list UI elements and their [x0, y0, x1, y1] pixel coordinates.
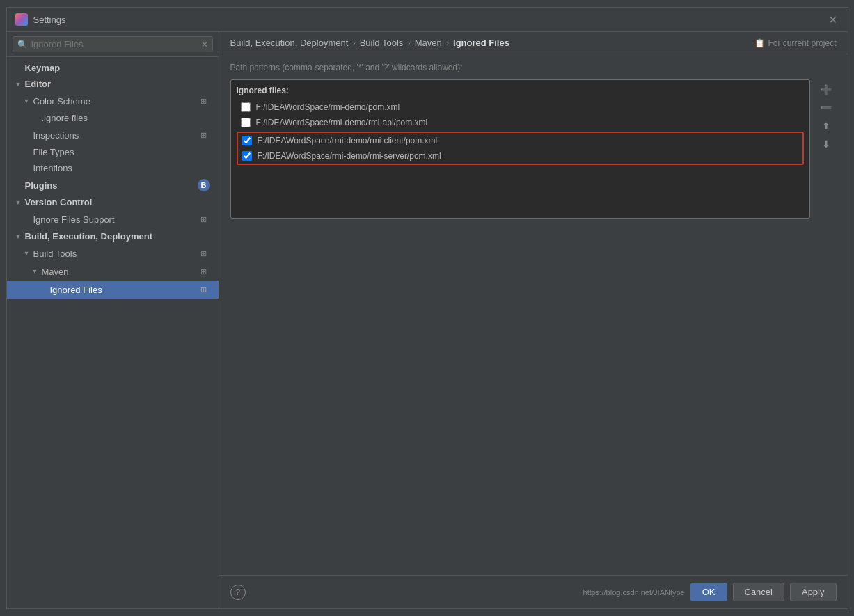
breadcrumb-part-3[interactable]: Maven: [415, 38, 442, 48]
bottom-bar: ? https://blog.csdn.net/JIANtype OK Canc…: [219, 575, 848, 608]
current-project-button[interactable]: 📋 For current project: [754, 38, 836, 48]
breadcrumb-sep-1: ›: [352, 38, 355, 48]
tree-items: Keymap Editor Color Scheme ⊞ .ignore fil…: [7, 57, 219, 301]
bottom-right: https://blog.csdn.net/JIANtype OK Cancel…: [583, 583, 837, 601]
sidebar-item-editor[interactable]: Editor: [7, 76, 219, 92]
ok-button[interactable]: OK: [690, 583, 727, 601]
side-buttons: ➕ ➖ ⬆ ⬇: [816, 79, 837, 219]
file-row-2: F:/IDEAWordSpace/rmi-demo/rmi-client/pom…: [238, 133, 802, 148]
triangle-vc: [15, 199, 22, 206]
search-icon: 🔍: [17, 40, 28, 49]
dialog-title: Settings: [33, 15, 66, 25]
file-path-1: F:/IDEAWordSpace/rmi-demo/rmi-api/pom.xm…: [256, 118, 428, 127]
inspections-icon-btn[interactable]: ⊞: [198, 129, 210, 141]
title-bar: Settings ✕: [7, 8, 848, 32]
current-project-icon: 📋: [754, 38, 765, 48]
close-button[interactable]: ✕: [827, 13, 839, 26]
url-text: https://blog.csdn.net/JIANtype: [583, 588, 685, 597]
file-checkbox-3[interactable]: [242, 151, 252, 161]
help-button[interactable]: ?: [230, 585, 246, 600]
file-row-3: F:/IDEAWordSpace/rmi-demo/rmi-server/pom…: [238, 148, 802, 164]
sidebar-item-inspections[interactable]: Inspections ⊞: [7, 126, 219, 144]
ignored-files-box: Ignored files: F:/IDEAWordSpace/rmi-demo…: [230, 79, 810, 219]
file-path-0: F:/IDEAWordSpace/rmi-demo/pom.xml: [256, 102, 400, 112]
move-up-button[interactable]: ⬆: [819, 118, 834, 134]
sidebar-label-intentions: Intentions: [33, 163, 72, 173]
breadcrumb-part-4: Ignored Files: [453, 38, 509, 48]
breadcrumb: Build, Execution, Deployment › Build Too…: [230, 38, 509, 48]
sidebar-item-build-tools[interactable]: Build Tools ⊞: [7, 244, 219, 262]
move-down-button[interactable]: ⬇: [819, 136, 834, 152]
selected-rows-container: F:/IDEAWordSpace/rmi-demo/rmi-client/pom…: [237, 132, 804, 165]
sidebar: 🔍 ✕ Keymap Editor C: [7, 32, 219, 608]
triangle-build-tools: [24, 250, 31, 257]
sidebar-item-keymap[interactable]: Keymap: [7, 60, 219, 76]
sidebar-label-ignore-sub: .ignore files: [42, 113, 88, 123]
sidebar-label-build-exec: Build, Execution, Deployment: [25, 231, 152, 242]
remove-button[interactable]: ➖: [819, 100, 834, 116]
breadcrumb-sep-3: ›: [446, 38, 449, 48]
file-row-1: F:/IDEAWordSpace/rmi-demo/rmi-api/pom.xm…: [237, 115, 804, 130]
ignored-files-label: Ignored files:: [237, 86, 804, 95]
color-scheme-icon-btn[interactable]: ⊞: [198, 95, 210, 107]
triangle-maven: [32, 268, 39, 275]
breadcrumb-part-2[interactable]: Build Tools: [360, 38, 404, 48]
sidebar-label-plugins: Plugins: [25, 180, 58, 191]
file-checkbox-1[interactable]: [241, 118, 251, 127]
breadcrumb-bar: Build, Execution, Deployment › Build Too…: [219, 32, 848, 54]
sidebar-item-ignored-files[interactable]: Ignored Files ⊞: [7, 281, 219, 299]
add-button[interactable]: ➕: [819, 82, 834, 97]
panel-body: Path patterns (comma-separated, '*' and …: [219, 54, 848, 575]
sidebar-item-plugins[interactable]: Plugins B: [7, 176, 219, 194]
triangle-editor: [15, 81, 22, 88]
main-content: 🔍 ✕ Keymap Editor C: [7, 32, 848, 608]
ignored-files-area: Ignored files: F:/IDEAWordSpace/rmi-demo…: [230, 79, 837, 219]
file-checkbox-2[interactable]: [242, 136, 252, 145]
maven-icon[interactable]: ⊞: [198, 265, 210, 278]
sidebar-label-color-scheme: Color Scheme: [33, 96, 90, 106]
ignored-files-icon[interactable]: ⊞: [198, 283, 210, 296]
sidebar-item-color-scheme[interactable]: Color Scheme ⊞: [7, 92, 219, 110]
sidebar-label-ignored-files: Ignored Files: [50, 285, 102, 295]
triangle-build-exec: [15, 233, 22, 240]
sidebar-item-file-types[interactable]: File Types: [7, 144, 219, 160]
file-path-2: F:/IDEAWordSpace/rmi-demo/rmi-client/pom…: [258, 136, 438, 145]
sidebar-label-ignore-support: Ignore Files Support: [33, 214, 115, 225]
sidebar-item-ignore-files-sub[interactable]: .ignore files: [7, 110, 219, 126]
settings-dialog: Settings ✕ 🔍 ✕ Keymap: [6, 7, 848, 609]
search-wrap: 🔍 ✕: [13, 36, 213, 52]
clear-search-icon[interactable]: ✕: [201, 40, 208, 49]
hint-text: Path patterns (comma-separated, '*' and …: [230, 63, 837, 72]
right-panel: Build, Execution, Deployment › Build Too…: [219, 32, 848, 608]
breadcrumb-part-1[interactable]: Build, Execution, Deployment: [230, 38, 349, 48]
sidebar-item-version-control[interactable]: Version Control: [7, 194, 219, 210]
ignore-support-icon[interactable]: ⊞: [198, 213, 210, 226]
sidebar-label-maven: Maven: [42, 267, 69, 277]
file-checkbox-0[interactable]: [241, 102, 251, 112]
search-box: 🔍 ✕: [7, 32, 219, 57]
breadcrumb-sep-2: ›: [407, 38, 410, 48]
sidebar-item-build-exec[interactable]: Build, Execution, Deployment: [7, 228, 219, 244]
cancel-button[interactable]: Cancel: [733, 583, 784, 601]
plugins-badge: B: [198, 179, 210, 191]
sidebar-item-intentions[interactable]: Intentions: [7, 160, 219, 176]
triangle-color-scheme: [24, 97, 31, 104]
file-path-3: F:/IDEAWordSpace/rmi-demo/rmi-server/pom…: [258, 151, 441, 161]
apply-button[interactable]: Apply: [790, 583, 837, 601]
sidebar-label-editor: Editor: [25, 79, 52, 89]
file-row-0: F:/IDEAWordSpace/rmi-demo/pom.xml: [237, 100, 804, 115]
build-tools-icon[interactable]: ⊞: [198, 247, 210, 260]
search-input[interactable]: [31, 39, 198, 49]
app-icon: [15, 13, 28, 26]
sidebar-label-vc: Version Control: [25, 197, 93, 207]
title-bar-left: Settings: [15, 13, 66, 26]
sidebar-label-build-tools: Build Tools: [33, 248, 77, 259]
sidebar-label-keymap: Keymap: [25, 63, 61, 73]
sidebar-label-inspections: Inspections: [33, 130, 79, 141]
sidebar-label-file-types: File Types: [33, 147, 74, 157]
current-project-label: For current project: [768, 38, 836, 48]
sidebar-item-ignore-support[interactable]: Ignore Files Support ⊞: [7, 210, 219, 228]
sidebar-item-maven[interactable]: Maven ⊞: [7, 262, 219, 281]
